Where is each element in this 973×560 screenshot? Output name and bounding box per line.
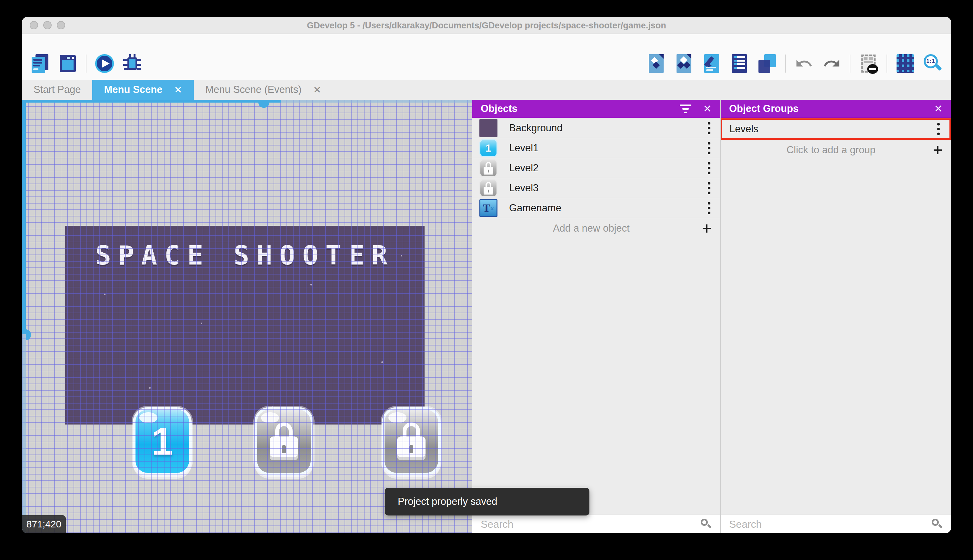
tab-start-page[interactable]: Start Page: [22, 80, 92, 100]
add-object-label: Add a new object: [481, 223, 702, 234]
zoom-original-icon[interactable]: 1:1: [923, 53, 943, 73]
toolbar-divider: [886, 55, 887, 73]
object-groups-editor-icon[interactable]: [674, 53, 694, 73]
close-tab-icon[interactable]: [174, 84, 182, 95]
object-thumbnail: [480, 179, 498, 197]
preview-play-icon[interactable]: [95, 53, 114, 73]
objects-panel-header: Objects: [472, 100, 720, 118]
toolbar-divider: [785, 55, 786, 73]
object-thumbnail: [480, 119, 498, 137]
tab-label: Menu Scene (Events): [205, 84, 302, 95]
undo-icon[interactable]: [794, 53, 814, 73]
project-manager-icon[interactable]: [30, 53, 50, 73]
level1-button-instance[interactable]: 1: [133, 407, 192, 475]
object-menu-icon[interactable]: [705, 141, 713, 155]
object-menu-icon[interactable]: [705, 181, 713, 195]
object-groups-panel: Object Groups Levels Click to add a grou…: [720, 100, 951, 533]
object-row-level1[interactable]: 1 Level1: [472, 138, 720, 158]
search-icon: [931, 518, 943, 530]
plus-icon: +: [933, 142, 943, 158]
object-name: Gamename: [509, 202, 694, 214]
save-toast: Project properly saved: [385, 488, 590, 515]
objects-list: Background 1 Level1 Level2 Level3: [472, 118, 720, 238]
search-icon: [700, 518, 712, 530]
objects-editor-icon[interactable]: [646, 53, 666, 73]
objects-search-bar: [472, 515, 720, 533]
toolbar-divider: [86, 55, 87, 73]
instances-list-icon[interactable]: [730, 53, 749, 73]
filter-icon[interactable]: [680, 105, 691, 113]
background-instance[interactable]: SPACE SHOOTER 1: [65, 226, 425, 425]
group-menu-icon[interactable]: [935, 122, 942, 137]
objects-panel: Objects Background 1 Level1 Level2: [472, 100, 720, 533]
groups-search-input[interactable]: [728, 518, 926, 531]
debug-icon[interactable]: [123, 53, 142, 73]
grid-icon[interactable]: [896, 53, 915, 73]
level3-button-instance[interactable]: [382, 407, 441, 475]
scene-window-icon[interactable]: [58, 53, 77, 73]
gdevelop-window: GDevelop 5 - /Users/dkarakay/Documents/G…: [22, 17, 951, 533]
vertical-scrollbar[interactable]: [22, 100, 26, 533]
level1-number: 1: [152, 419, 173, 463]
tab-menu-scene-events[interactable]: Menu Scene (Events): [194, 80, 333, 100]
toast-message: Project properly saved: [398, 496, 497, 507]
object-menu-icon[interactable]: [705, 161, 713, 175]
scene-editor-canvas[interactable]: SPACE SHOOTER 1 871;420: [22, 100, 472, 533]
objects-panel-title: Objects: [481, 103, 680, 115]
object-row-background[interactable]: Background: [472, 118, 720, 138]
add-group-button[interactable]: Click to add a group +: [721, 140, 951, 160]
horizontal-scroll-handle[interactable]: [258, 103, 269, 108]
lock-icon: [397, 422, 425, 460]
add-group-label: Click to add a group: [729, 144, 933, 156]
tab-menu-scene[interactable]: Menu Scene: [92, 80, 193, 100]
plus-icon: +: [702, 220, 712, 237]
lock-icon: [270, 422, 298, 460]
zoom-ratio-label: 1:1: [924, 54, 938, 68]
object-menu-icon[interactable]: [705, 201, 713, 215]
object-menu-icon[interactable]: [705, 121, 713, 135]
object-groups-panel-title: Object Groups: [729, 103, 922, 115]
tabbar: Start Page Menu Scene Menu Scene (Events…: [22, 80, 951, 100]
level2-button-instance[interactable]: [255, 407, 313, 475]
object-name: Level3: [509, 182, 694, 194]
object-row-level2[interactable]: Level2: [472, 158, 720, 178]
close-panel-icon[interactable]: [703, 103, 712, 115]
window-mask-icon[interactable]: [859, 53, 878, 73]
object-name: Background: [509, 122, 694, 134]
object-groups-panel-header: Object Groups: [721, 100, 951, 118]
cursor-coordinates-badge: 871;420: [22, 515, 66, 533]
object-thumbnail: [480, 159, 498, 177]
group-name: Levels: [730, 123, 928, 135]
vertical-scroll-handle[interactable]: [26, 329, 31, 340]
layers-icon[interactable]: [758, 53, 777, 73]
objects-search-input[interactable]: [480, 518, 695, 531]
gamename-instance[interactable]: SPACE SHOOTER: [65, 240, 425, 271]
tab-label: Menu Scene: [104, 84, 162, 95]
properties-icon[interactable]: [702, 53, 721, 73]
toolbar: 1:1: [22, 34, 951, 80]
object-thumbnail: Tx: [480, 199, 498, 217]
close-tab-icon[interactable]: [313, 84, 322, 95]
object-row-gamename[interactable]: Tx Gamename: [472, 198, 720, 218]
toolbar-divider: [850, 55, 850, 73]
object-thumbnail: 1: [480, 139, 498, 157]
object-name: Level2: [509, 162, 694, 174]
groups-search-bar: [721, 515, 951, 533]
main-area: SPACE SHOOTER 1 871;420: [22, 100, 951, 533]
group-row-levels-highlighted[interactable]: Levels: [721, 118, 951, 140]
titlebar: GDevelop 5 - /Users/dkarakay/Documents/G…: [22, 17, 951, 34]
close-panel-icon[interactable]: [934, 103, 943, 115]
horizontal-scrollbar[interactable]: [22, 100, 472, 103]
redo-icon[interactable]: [822, 53, 841, 73]
object-name: Level1: [509, 142, 694, 154]
object-row-level3[interactable]: Level3: [472, 178, 720, 198]
add-object-button[interactable]: Add a new object +: [472, 218, 720, 238]
tab-label: Start Page: [33, 84, 81, 95]
window-title: GDevelop 5 - /Users/dkarakay/Documents/G…: [22, 17, 951, 33]
